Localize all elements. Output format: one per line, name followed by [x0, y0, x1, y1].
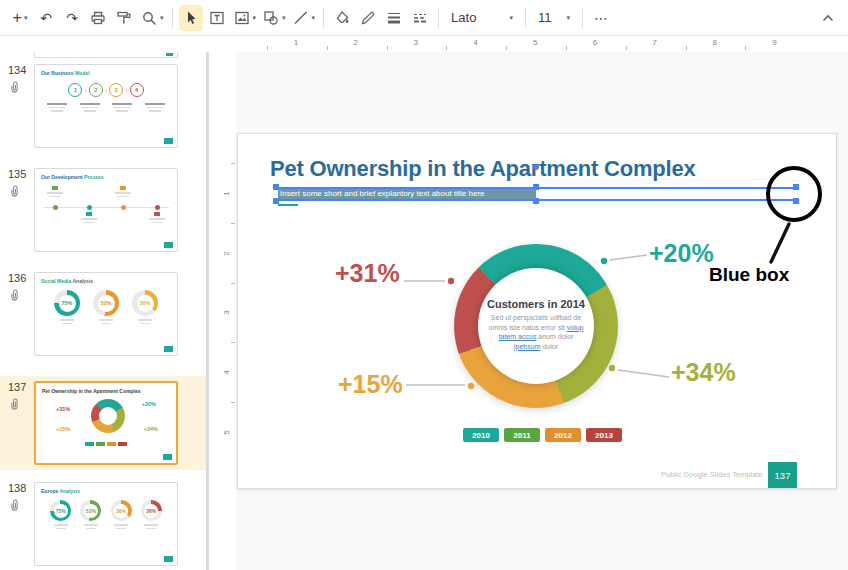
chevron-down-icon: ▾ — [282, 14, 286, 22]
mini-donut: 36% — [111, 500, 132, 521]
text-placeholder — [49, 196, 61, 198]
donut-value: 36% — [111, 500, 132, 521]
timeline-flag — [154, 212, 160, 216]
step-circle: 1 — [68, 83, 82, 97]
thumbnail-title: Our Development Process — [41, 174, 171, 180]
line-button[interactable]: ▾ — [290, 5, 318, 31]
filmstrip-scrollbar[interactable] — [206, 52, 209, 570]
legend-item[interactable]: 2011 — [504, 428, 540, 442]
timeline-dot — [155, 205, 160, 210]
slide-number: 135 — [8, 168, 34, 180]
legend-item[interactable]: 2013 — [586, 428, 622, 442]
filmstrip[interactable]: 134Our Business Model1›2›3›4135Our Devel… — [0, 52, 206, 570]
text-placeholder — [47, 192, 63, 194]
new-slide-button[interactable]: + ▾ — [8, 5, 32, 31]
filmstrip-item-137[interactable]: 137Pet Ownership in the Apartment Comple… — [0, 376, 206, 470]
chevron-down-icon: ▾ — [312, 14, 316, 22]
slide-thumbnail[interactable]: Our Business Model1›2›3›4 — [34, 64, 178, 148]
legend-item[interactable]: 2012 — [545, 428, 581, 442]
text-placeholder — [84, 110, 96, 112]
slide-thumbnail[interactable]: Pet Ownership in the Apartment Complex+3… — [34, 381, 178, 465]
insert-image-button[interactable]: ▾ — [231, 5, 259, 31]
ruler-number: 5 — [222, 430, 231, 434]
ruler-tick — [231, 283, 235, 284]
plus-icon: + — [13, 9, 22, 27]
font-size-value: 11 — [538, 10, 552, 25]
text-placeholder — [117, 196, 129, 198]
legend-item[interactable]: 2010 — [463, 428, 499, 442]
mini-donut: 75% — [54, 290, 80, 316]
filmstrip-item-135[interactable]: 135Our Development Process — [0, 168, 206, 252]
zoom-icon — [140, 9, 158, 27]
ruler-tick — [231, 163, 235, 164]
donut-center: Customers in 2014 Sed ut perspiciatis ud… — [478, 268, 594, 384]
ruler-number: 9 — [772, 38, 776, 47]
slide-subtitle[interactable]: Insert some short and brief explantory t… — [278, 189, 536, 199]
slide-thumbnail[interactable]: Social Media Analysis75%52%36% — [34, 272, 178, 356]
donut-center-text: Sed ut perspiciatis udfbad de omnis iste… — [486, 313, 586, 351]
ruler-number: 2 — [222, 251, 231, 255]
shape-button[interactable]: ▾ — [260, 5, 288, 31]
zoom-button[interactable]: ▾ — [138, 5, 166, 31]
thumbnail-title-part: Pet Ownership in the Apartment Complex — [42, 388, 140, 394]
filmstrip-item-138[interactable]: 138Europe Analysis75%52%36%26% — [0, 482, 206, 566]
callout-label[interactable]: +34% — [671, 359, 736, 385]
text-placeholder — [82, 107, 98, 109]
select-tool-button[interactable] — [179, 5, 203, 31]
text-placeholder — [60, 319, 74, 321]
slide-thumbnail[interactable]: Our Development Process — [34, 168, 178, 252]
ruler-number: 1 — [294, 38, 298, 47]
font-size-select[interactable]: 11 ▾ — [532, 5, 576, 31]
slide-title[interactable]: Pet Ownership in the Apartment Complex — [270, 156, 696, 182]
timeline-dot — [87, 205, 92, 210]
donut-value: 75% — [50, 500, 71, 521]
text-box-button[interactable] — [205, 5, 229, 31]
filmstrip-item-136[interactable]: 136Social Media Analysis75%52%36% — [0, 272, 206, 356]
text-placeholder — [140, 323, 150, 325]
donut-center-title: Customers in 2014 — [487, 298, 585, 310]
thumbnail-content: +31%+20%+15%+34% — [42, 396, 170, 448]
print-button[interactable] — [86, 5, 110, 31]
chevron-down-icon: ▾ — [253, 14, 257, 22]
vertical-ruler[interactable]: 12345 — [222, 52, 236, 570]
callout-label[interactable]: +15% — [338, 371, 403, 397]
more-options-button[interactable]: ⋯ — [589, 5, 613, 31]
toolbar-divider — [525, 8, 526, 28]
toolbar-divider — [582, 8, 583, 28]
font-family-select[interactable]: Lato ▾ — [445, 5, 519, 31]
collapse-toolbar-button[interactable] — [816, 5, 840, 31]
thumbnail-title-part: Process — [84, 174, 103, 180]
thumbnail-content: 75%52%36% — [41, 290, 171, 325]
shape-icon — [262, 9, 280, 27]
undo-button[interactable]: ↶ — [34, 5, 58, 31]
border-weight-button[interactable] — [382, 5, 406, 31]
slide-number-column: 135 — [0, 168, 34, 252]
slide-thumbnail[interactable]: Europe Analysis75%52%36%26% — [34, 482, 178, 566]
text-placeholder — [114, 107, 130, 109]
callout-line — [618, 370, 669, 377]
callout-label[interactable]: +20% — [649, 240, 714, 266]
selection-box[interactable]: Insert some short and brief explantory t… — [276, 187, 796, 201]
callout-label[interactable]: +31% — [335, 260, 400, 286]
step-arrow-icon: › — [125, 87, 127, 94]
paint-format-button[interactable] — [112, 5, 136, 31]
thumbnail-title-part: Analysis — [59, 488, 80, 494]
horizontal-ruler[interactable]: 123456789 — [222, 36, 848, 52]
border-color-button[interactable] — [356, 5, 380, 31]
border-dash-button[interactable] — [408, 5, 432, 31]
text-placeholder — [146, 528, 156, 530]
redo-button[interactable]: ↷ — [60, 5, 84, 31]
more-icon: ⋯ — [594, 10, 608, 26]
annotation-circle — [766, 166, 822, 222]
donut-value: 36% — [132, 290, 158, 316]
rotation-handle[interactable] — [533, 164, 539, 170]
text-placeholder — [145, 103, 165, 105]
step-circle: 4 — [130, 83, 144, 97]
thumbnail-page-chip — [163, 454, 172, 460]
thumbnail-title: Social Media Analysis — [41, 278, 171, 284]
thumbnail-title: Europe Analysis — [41, 488, 171, 494]
filmstrip-item-134[interactable]: 134Our Business Model1›2›3›4 — [0, 64, 206, 148]
thumb-legend-chip — [96, 442, 105, 446]
fill-color-button[interactable] — [330, 5, 354, 31]
slide-canvas[interactable]: Pet Ownership in the Apartment Complex I… — [237, 133, 837, 489]
